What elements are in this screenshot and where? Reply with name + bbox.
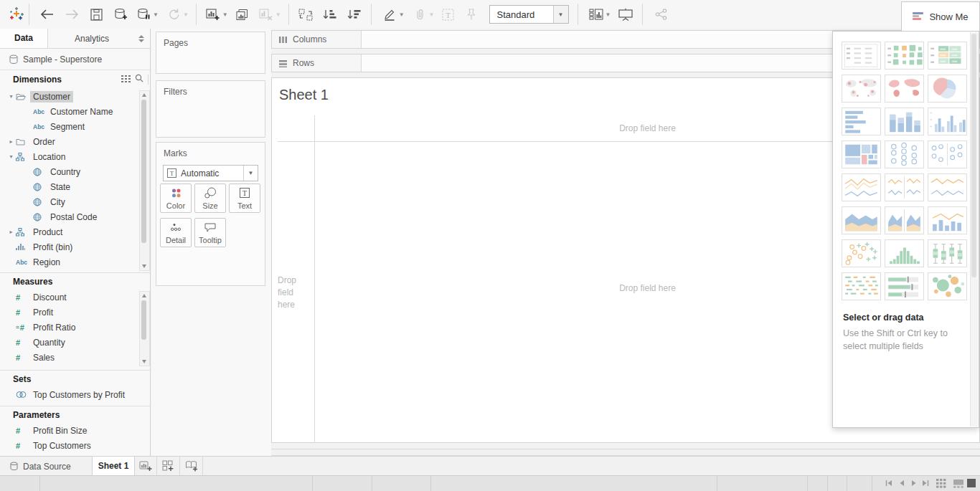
dimension-product[interactable]: ▸Product	[0, 224, 138, 239]
new-dashboard-tab-button[interactable]	[157, 457, 180, 475]
sheet-sorter-button[interactable]	[936, 479, 946, 488]
dimension-segment[interactable]: AbcSegment	[0, 119, 138, 134]
showme-bullet-graph[interactable]	[885, 272, 924, 300]
pause-auto-updates-button[interactable]	[136, 4, 151, 24]
measure-discount[interactable]: #Discount	[0, 290, 138, 305]
measure-profit-ratio[interactable]: =#Profit Ratio	[0, 320, 138, 335]
dimensions-scrollbar[interactable]	[139, 90, 150, 271]
show-hide-cards-dropdown[interactable]: ▼	[606, 11, 611, 18]
mark-type-selector[interactable]: T Automatic ▼	[163, 165, 258, 181]
duplicate-sheet-button[interactable]	[235, 4, 251, 24]
new-worksheet-dropdown[interactable]: ▼	[222, 11, 228, 18]
showme-text-table[interactable]	[842, 42, 881, 70]
clear-sheet-button[interactable]	[258, 4, 274, 24]
canvas-horizontal-scrollbar[interactable]	[271, 449, 980, 456]
clear-sheet-dropdown[interactable]: ▼	[275, 11, 281, 18]
showme-box-and-whisker[interactable]	[928, 239, 967, 267]
group-members-button[interactable]	[412, 4, 428, 24]
fix-axes-button[interactable]	[463, 4, 479, 24]
datasource-item[interactable]: Sample - Superstore	[0, 49, 150, 70]
share-workbook-button[interactable]	[653, 4, 669, 24]
dimension-profit-bin[interactable]: Profit (bin)	[0, 239, 138, 254]
mark-type-dropdown-icon[interactable]: ▼	[243, 166, 258, 181]
fit-selector-dropdown-icon[interactable]: ▼	[553, 6, 568, 23]
measure-profit[interactable]: #Profit	[0, 305, 138, 320]
undo-button[interactable]	[39, 4, 55, 24]
last-sheet-button[interactable]	[921, 479, 930, 487]
showme-symbol-map[interactable]	[842, 75, 881, 103]
show-hide-cards-button[interactable]	[588, 4, 604, 24]
showme-packed-bubbles[interactable]	[928, 272, 967, 300]
detail-button[interactable]: Detail	[160, 218, 192, 247]
filters-card[interactable]: Filters	[156, 80, 265, 138]
parameter-top-customers[interactable]: #Top Customers	[0, 438, 150, 453]
expand-caret-icon[interactable]: ▸	[6, 229, 16, 235]
showme-heat-map[interactable]	[885, 42, 924, 70]
size-button[interactable]: Size	[194, 183, 226, 213]
showme-continuous-area[interactable]	[842, 206, 881, 234]
next-sheet-button[interactable]	[910, 479, 918, 487]
showme-discrete-area[interactable]	[885, 206, 924, 234]
measure-sales[interactable]: #Sales	[0, 350, 138, 365]
highlight-dropdown[interactable]: ▼	[399, 11, 405, 18]
show-mark-labels-button[interactable]: T	[440, 4, 456, 24]
showme-side-by-side-circles[interactable]	[928, 140, 967, 168]
tab-data[interactable]: Data	[0, 29, 48, 48]
redo-button[interactable]	[64, 4, 80, 24]
new-worksheet-tab-button[interactable]	[134, 457, 157, 475]
show-me-button[interactable]: Show Me	[901, 1, 980, 31]
dimension-region[interactable]: AbcRegion	[0, 254, 138, 270]
view-data-icon[interactable]	[121, 75, 131, 85]
find-field-icon[interactable]	[135, 74, 143, 85]
showme-circle-views[interactable]	[885, 140, 924, 168]
fit-selector[interactable]: Standard ▼	[489, 5, 569, 24]
dimension-order[interactable]: ▸Order	[0, 134, 138, 149]
dimension-state[interactable]: State	[0, 179, 138, 194]
dimension-customer-name[interactable]: AbcCustomer Name	[0, 104, 138, 119]
color-button[interactable]: Color	[160, 183, 192, 213]
presentation-mode-button[interactable]	[618, 4, 633, 24]
showme-filled-map[interactable]	[885, 75, 924, 103]
dimension-customer[interactable]: ▾Customer	[0, 89, 138, 104]
showme-discrete-lines[interactable]	[885, 173, 924, 201]
showme-side-by-side-bars[interactable]	[928, 108, 967, 135]
dimension-country[interactable]: Country	[0, 164, 138, 179]
text-button[interactable]: TText	[229, 183, 260, 213]
showme-scatter-plot[interactable]	[842, 239, 881, 267]
dimension-postal-code[interactable]: Postal Code	[0, 209, 138, 224]
showme-histogram[interactable]	[885, 239, 924, 267]
group-members-dropdown[interactable]: ▼	[429, 11, 435, 18]
showme-horizontal-bars[interactable]	[842, 108, 881, 135]
drop-zone-left[interactable]: Drop field here	[278, 275, 309, 311]
show-me-scrollbar[interactable]	[970, 32, 978, 426]
tableau-logo-icon[interactable]	[9, 4, 24, 24]
showme-dual-lines[interactable]	[928, 173, 967, 201]
set-top-customers-by-profit[interactable]: Top Customers by Profit	[0, 387, 150, 402]
first-sheet-button[interactable]	[885, 479, 893, 487]
showme-highlight-table[interactable]	[928, 42, 967, 70]
new-datasource-button[interactable]	[113, 4, 128, 24]
tab-analytics[interactable]: Analytics	[48, 34, 136, 44]
save-button[interactable]	[88, 4, 104, 24]
tab-data-source[interactable]: Data Source	[0, 457, 92, 476]
showme-gantt[interactable]	[842, 272, 881, 300]
expand-caret-icon[interactable]: ▾	[6, 153, 16, 160]
run-update-dropdown[interactable]: ▼	[183, 11, 189, 18]
pane-collapse-control[interactable]	[136, 35, 147, 42]
showme-stacked-bars[interactable]	[885, 108, 924, 135]
new-story-tab-button[interactable]	[180, 457, 203, 475]
swap-rows-columns-button[interactable]	[298, 4, 314, 24]
highlight-button[interactable]	[382, 4, 397, 24]
expand-caret-icon[interactable]: ▾	[6, 93, 16, 100]
run-update-button[interactable]	[166, 4, 182, 24]
pause-auto-updates-dropdown[interactable]: ▼	[153, 11, 159, 18]
dimension-city[interactable]: City	[0, 194, 138, 209]
parameter-profit-bin-size[interactable]: #Profit Bin Size	[0, 423, 150, 438]
pages-card[interactable]: Pages	[156, 32, 265, 74]
showme-pie-chart[interactable]	[928, 75, 967, 103]
filmstrip-view-button[interactable]	[953, 479, 964, 488]
showme-treemap[interactable]	[842, 140, 881, 168]
tab-sheet-1[interactable]: Sheet 1	[92, 457, 135, 475]
sort-ascending-button[interactable]	[322, 4, 338, 24]
measures-scrollbar[interactable]	[139, 291, 150, 366]
